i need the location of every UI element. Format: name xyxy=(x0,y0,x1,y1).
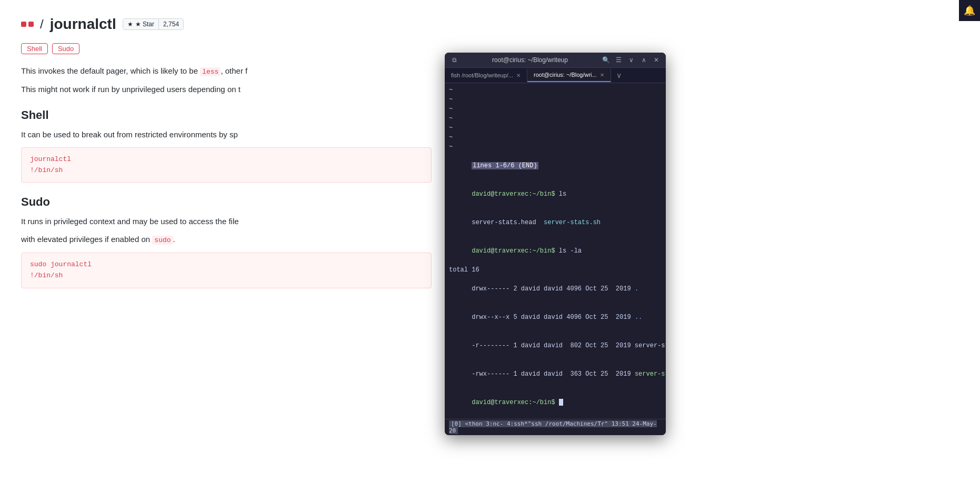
page-title: journalctl xyxy=(50,16,116,33)
perm-rest2: 5 david david 4096 Oct 25 2019 xyxy=(509,314,635,315)
intro-text-before: This invokes the default pager, which is… xyxy=(21,66,200,75)
shell-code-block: journalctl !/bin/sh xyxy=(21,147,432,183)
perm-dir1: drwx------ xyxy=(472,285,509,293)
star-icon: ★ xyxy=(127,21,133,28)
intro-text-after: , other f xyxy=(221,66,247,75)
dir1-name: . xyxy=(635,285,638,293)
term-line-tilde5: ~ xyxy=(449,123,662,133)
tag-shell[interactable]: Shell xyxy=(21,43,48,54)
terminal-tabs: fish /root/Blog/writeup/... ✕ root@ciriu… xyxy=(445,68,666,83)
term-line-tilde1: ~ xyxy=(449,85,662,95)
term-line-ls-cmd: david@traverxec:~/bin$ ls xyxy=(449,180,662,208)
term-line-tilde6: ~ xyxy=(449,133,662,142)
tab1-label: fish /root/Blog/writeup/... xyxy=(451,72,513,78)
term-prompt-2: david@traverxec:~/bin$ xyxy=(472,247,555,255)
tab2-label: root@cirius: ~/Blog/wri... xyxy=(534,72,597,78)
term-line-end: lines 1-6/6 (END) xyxy=(449,152,662,180)
header-slash: / xyxy=(40,17,44,32)
terminal-left-icons: ⧉ xyxy=(450,56,458,64)
term-end-highlight: lines 1-6/6 (END) xyxy=(472,162,538,169)
terminal-title: root@cirius: ~/Blog/writeup xyxy=(458,56,602,64)
main-content: / journalctl ★ ★ Star 2,754 Shell Sudo T… xyxy=(0,0,453,315)
terminal-menu-icon[interactable]: ☰ xyxy=(614,56,623,64)
term-line-tilde3: ~ xyxy=(449,104,662,114)
intro-line1: This invokes the default pager, which is… xyxy=(21,65,432,78)
tab2-close[interactable]: ✕ xyxy=(600,72,604,78)
shell-code-line2: !/bin/sh xyxy=(30,165,423,176)
sudo-code-block: sudo journalctl !/bin/sh xyxy=(21,253,432,288)
term-line-tilde7: ~ xyxy=(449,142,662,152)
corner-notification: 🔔 xyxy=(959,0,980,21)
page-header: / journalctl ★ ★ Star 2,754 xyxy=(21,16,432,33)
term-prompt-1: david@traverxec:~/bin$ xyxy=(472,190,555,198)
term-line-ls-result: server-stats.head server-stats.sh xyxy=(449,208,662,237)
terminal-right-icons: 🔍 ☰ ∨ ∧ ✕ xyxy=(602,56,661,64)
shell-heading: Shell xyxy=(21,108,432,122)
term-line-tilde4: ~ xyxy=(449,114,662,123)
sudo-inline-code: sudo xyxy=(152,236,173,245)
star-text: ★ Star xyxy=(135,21,154,28)
terminal-titlebar: ⧉ root@cirius: ~/Blog/writeup 🔍 ☰ ∨ ∧ ✕ xyxy=(445,53,666,68)
sudo-body-mid: with elevated privileges if enabled on xyxy=(21,235,152,244)
sudo-body: It runs in privileged context and may be… xyxy=(21,215,432,228)
star-button[interactable]: ★ ★ Star 2,754 xyxy=(123,18,184,30)
shell-code-line1: journalctl xyxy=(30,154,423,165)
dot-red-1 xyxy=(21,22,26,27)
term-line-dir2: drwx--x--x 5 david david 4096 Oct 25 201… xyxy=(449,303,662,315)
sudo-code-line2: !/bin/sh xyxy=(30,270,423,281)
terminal-body: ~ ~ ~ ~ ~ ~ ~ lines 1-6/6 (END) david@tr… xyxy=(445,83,666,315)
sudo-body-text: It runs in privileged context and may be… xyxy=(21,217,239,226)
star-count[interactable]: 2,754 xyxy=(159,19,183,29)
terminal-copy-icon[interactable]: ⧉ xyxy=(450,56,458,64)
sudo-heading: Sudo xyxy=(21,195,432,209)
term-line-lsla-cmd: david@traverxec:~/bin$ ls -la xyxy=(449,237,662,265)
tab1-close[interactable]: ✕ xyxy=(516,73,521,78)
shell-body-text: It can be used to break out from restric… xyxy=(21,130,238,139)
terminal-search-icon[interactable]: 🔍 xyxy=(602,56,610,64)
dir2-name: .. xyxy=(635,314,642,315)
tag-sudo[interactable]: Sudo xyxy=(52,43,79,54)
perm-rest1: 2 david david 4096 Oct 25 2019 xyxy=(509,285,635,293)
terminal-add-tab[interactable]: ∨ xyxy=(611,68,627,83)
star-label[interactable]: ★ ★ Star xyxy=(123,19,159,29)
terminal-tab-2[interactable]: root@cirius: ~/Blog/wri... ✕ xyxy=(527,68,611,82)
term-line-total: total 16 xyxy=(449,265,662,275)
intro-code-less: less xyxy=(200,67,221,76)
intro-line2: This might not work if run by unprivileg… xyxy=(21,83,432,96)
sudo-body-after: . xyxy=(173,235,175,244)
terminal-window: ⧉ root@cirius: ~/Blog/writeup 🔍 ☰ ∨ ∧ ✕ … xyxy=(445,53,666,315)
sudo-body2: with elevated privileges if enabled on s… xyxy=(21,233,432,246)
term-cmd-ls: ls xyxy=(555,190,567,198)
sudo-code-line1: sudo journalctl xyxy=(30,259,423,270)
term-line-dir1: drwx------ 2 david david 4096 Oct 25 201… xyxy=(449,275,662,303)
ls-normal-file: server-stats.head xyxy=(472,219,544,226)
term-line-tilde2: ~ xyxy=(449,95,662,104)
term-cmd-lsla: ls -la xyxy=(555,247,582,255)
tags-container: Shell Sudo xyxy=(21,43,432,54)
terminal-tab-1[interactable]: fish /root/Blog/writeup/... ✕ xyxy=(445,69,527,82)
dot-red-2 xyxy=(28,22,34,27)
breadcrumb-dots xyxy=(21,22,34,27)
terminal-close-icon[interactable]: ✕ xyxy=(652,56,661,64)
terminal-dropdown-icon[interactable]: ∨ xyxy=(627,56,635,64)
perm-dir2: drwx--x--x xyxy=(472,314,509,315)
ls-sh-file: server-stats.sh xyxy=(544,219,601,226)
terminal-minimize-icon[interactable]: ∧ xyxy=(639,56,648,64)
shell-body: It can be used to break out from restric… xyxy=(21,128,432,141)
